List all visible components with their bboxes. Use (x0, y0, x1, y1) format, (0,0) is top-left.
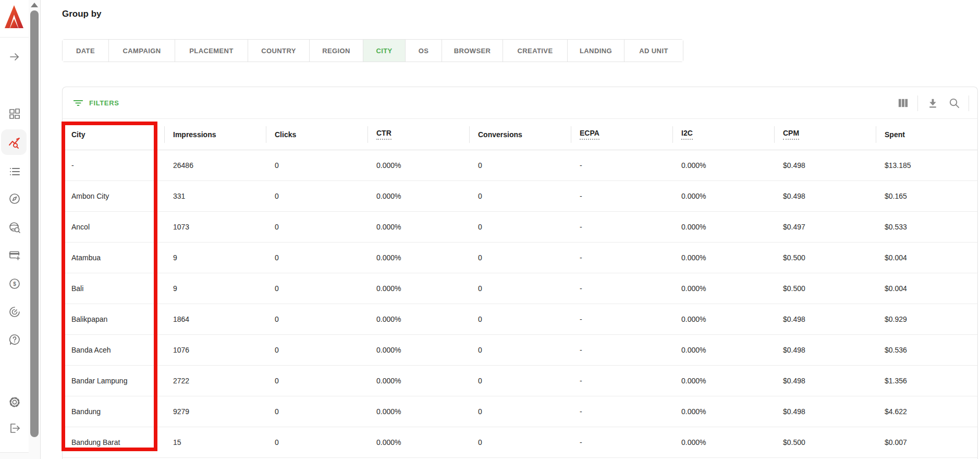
svg-text:$: $ (13, 281, 16, 287)
tab-creative[interactable]: CREATIVE (503, 40, 567, 62)
table-row: Bandung927900.000%0-0.000%$0.498$4.622 (63, 396, 977, 427)
cell-spent: $0.007 (876, 427, 977, 457)
cell-ctr: 0.000% (368, 243, 469, 273)
cell-conversions: 0 (469, 181, 571, 211)
column-header-city[interactable]: City (63, 119, 164, 150)
cell-cpm: $0.497 (774, 212, 876, 242)
cell-conversions: 0 (469, 273, 571, 304)
cell-conversions: 0 (469, 366, 571, 396)
cell-clicks: 0 (266, 273, 368, 304)
tab-date[interactable]: DATE (63, 40, 108, 62)
cell-ctr: 0.000% (368, 181, 469, 211)
filters-button[interactable]: FILTERS (73, 94, 119, 112)
tab-ad-unit[interactable]: AD UNIT (624, 40, 683, 62)
cell-city: Balikpapan (63, 304, 164, 334)
tab-browser[interactable]: BROWSER (442, 40, 503, 62)
cell-impressions: 2722 (164, 366, 266, 396)
column-header-impressions[interactable]: Impressions (164, 119, 266, 150)
help-icon[interactable] (8, 333, 21, 346)
dashboard-icon[interactable] (8, 107, 21, 120)
page-title: Group by (62, 9, 102, 19)
column-header-clicks[interactable]: Clicks (266, 119, 368, 150)
view-columns-icon (897, 97, 909, 109)
finance-icon[interactable]: $ (8, 277, 21, 291)
cell-cpm: $0.498 (774, 150, 876, 180)
table-header-row: City Impressions Clicks CTR Conversions … (63, 119, 977, 150)
cell-spent: $0.165 (876, 181, 977, 211)
tab-placement[interactable]: PLACEMENT (175, 40, 248, 62)
view-columns-button[interactable] (896, 96, 910, 110)
cell-spent: $0.004 (876, 243, 977, 273)
cell-cpm: $0.500 (774, 273, 876, 304)
cell-conversions: 0 (469, 396, 571, 427)
tab-campaign[interactable]: CAMPAIGN (108, 40, 175, 62)
table-row: Bandar Lampung272200.000%0-0.000%$0.498$… (63, 366, 977, 396)
cell-ecpa: - (571, 396, 672, 427)
statistics-icon[interactable] (8, 136, 21, 150)
cell-i2c: 0.000% (672, 335, 774, 365)
cell-impressions: 1076 (164, 335, 266, 365)
column-header-spent[interactable]: Spent (876, 119, 977, 150)
column-header-ctr[interactable]: CTR (368, 119, 469, 150)
table-row: Balikpapan186400.000%0-0.000%$0.498$0.92… (63, 304, 977, 335)
search-button[interactable] (947, 96, 961, 110)
table-row: Atambua900.000%0-0.000%$0.500$0.004 (63, 243, 977, 273)
filters-label: FILTERS (89, 99, 119, 107)
column-header-i2c[interactable]: I2C (672, 119, 774, 150)
cell-conversions: 0 (469, 427, 571, 457)
toolbar-icons (896, 95, 969, 111)
cell-clicks: 0 (266, 212, 368, 242)
compass-icon[interactable] (8, 192, 21, 206)
settings-icon[interactable] (8, 395, 21, 409)
cell-clicks: 0 (266, 335, 368, 365)
cell-spent: $4.622 (876, 396, 977, 427)
expand-arrow-icon[interactable] (8, 50, 21, 64)
column-header-conversions[interactable]: Conversions (469, 119, 571, 150)
cell-city: Ancol (63, 212, 164, 242)
cell-clicks: 0 (266, 396, 368, 427)
cell-cpm: $0.498 (774, 396, 876, 427)
scrollbar-up-button[interactable] (31, 3, 38, 7)
cell-conversions: 0 (469, 335, 571, 365)
column-header-ecpa[interactable]: ECPA (571, 119, 672, 150)
cell-city: Atambua (63, 243, 164, 273)
tab-os[interactable]: OS (405, 40, 442, 62)
tab-landing[interactable]: LANDING (567, 40, 624, 62)
cell-i2c: 0.000% (672, 273, 774, 304)
cell-i2c: 0.000% (672, 366, 774, 396)
cell-cpm: $0.498 (774, 366, 876, 396)
cell-impressions: 331 (164, 181, 266, 211)
download-button[interactable] (926, 96, 939, 110)
cell-cpm: $0.500 (774, 427, 876, 457)
list-icon[interactable] (8, 165, 21, 178)
cell-i2c: 0.000% (672, 304, 774, 334)
traffic-explorer-icon[interactable] (8, 221, 21, 234)
tab-city[interactable]: CITY (363, 40, 405, 62)
column-header-cpm[interactable]: CPM (774, 119, 876, 150)
cell-i2c: 0.000% (672, 427, 774, 457)
logout-icon[interactable] (8, 421, 21, 435)
scrollbar-track[interactable] (29, 0, 41, 459)
cell-city: Bandung Barat (63, 427, 164, 457)
adsterra-logo-icon[interactable] (4, 5, 24, 29)
cell-ecpa: - (571, 243, 672, 273)
table-row: Ancol107300.000%0-0.000%$0.497$0.533 (63, 212, 977, 243)
scrollbar-thumb[interactable] (30, 10, 39, 437)
table-body: -2648600.000%0-0.000%$0.498$13.185 Ambon… (63, 150, 977, 458)
cell-city: Bandar Lampung (63, 366, 164, 396)
cell-spent: $13.185 (876, 150, 977, 180)
cell-impressions: 9 (164, 273, 266, 304)
cell-ecpa: - (571, 304, 672, 334)
cell-conversions: 0 (469, 150, 571, 180)
tracking-icon[interactable] (8, 305, 21, 319)
cell-i2c: 0.000% (672, 181, 774, 211)
tab-country[interactable]: COUNTRY (248, 40, 309, 62)
cell-ecpa: - (571, 212, 672, 242)
tab-region[interactable]: REGION (309, 40, 363, 62)
cell-ctr: 0.000% (368, 212, 469, 242)
table-row: Banda Aceh107600.000%0-0.000%$0.498$0.53… (63, 335, 977, 366)
cell-clicks: 0 (266, 243, 368, 273)
add-payment-icon[interactable] (8, 248, 21, 262)
cell-clicks: 0 (266, 304, 368, 334)
cell-conversions: 0 (469, 243, 571, 273)
